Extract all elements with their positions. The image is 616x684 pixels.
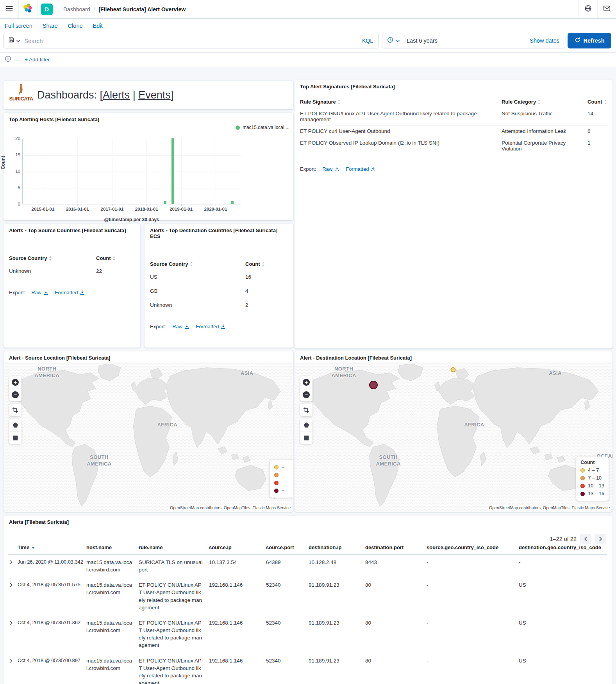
hosts-chart-plot[interactable]: 051015202015-01-012016-01-012017-01-0120… [22,139,241,204]
cell-host-name: mac15.data.va.local.crowbird.com [86,653,139,684]
alerts-dashboard-link[interactable]: Alerts [103,89,130,101]
next-page-button[interactable] [595,534,606,544]
cell-destination-geo: US [519,577,607,615]
export-raw-link[interactable]: Raw [31,290,48,295]
column-header-source-ip[interactable]: source.ip [209,541,266,555]
legend-label: 4 – 7 [588,467,599,473]
sortable-icon [262,262,265,267]
share-link[interactable]: Share [43,23,58,29]
bar-2018-10-04[interactable] [171,138,174,204]
column-header-source-port[interactable]: source.port [266,541,309,555]
cell-time: Jun 26, 2020 @ 11:00:03.342 [18,555,86,577]
column-header-time[interactable]: Time [18,541,86,555]
filter-options-button[interactable] [5,56,11,64]
export-formatted-link[interactable]: Formatted [196,324,226,329]
newsfeed-button[interactable] [597,0,616,18]
column-header-rule-signature[interactable]: Rule Signature [300,96,502,108]
column-header-count[interactable]: Count [587,96,607,108]
cell-source-port: 64389 [266,555,309,577]
dashboard-top-menu: Full screen Share Clone Edit [0,19,616,31]
row-expand-button[interactable] [8,555,18,577]
draw-rectangle-button[interactable] [300,432,312,444]
export-label: Export: [300,166,316,172]
legend-label: – [282,464,284,470]
search-input[interactable]: Search KQL [3,33,379,48]
cell-source-ip: 10.137.3.54 [209,555,266,577]
clone-link[interactable]: Clone [68,23,83,29]
chart-legend[interactable]: mac15.data.va.local.... [236,125,289,130]
time-picker-quick-menu-button[interactable] [382,37,404,45]
events-dashboard-link[interactable]: Events [138,89,171,101]
row-expand-button[interactable] [8,577,18,615]
draw-polygon-button[interactable] [9,419,21,432]
column-header-source-geo[interactable]: source.geo.country_iso_code [427,541,519,555]
plus-icon: + [12,379,19,386]
x-tick-mark [43,204,43,206]
column-header-source-country[interactable]: Source Country [150,258,245,270]
elastic-home-button[interactable] [19,0,37,18]
destination-cluster-dot-high[interactable] [369,381,378,389]
cell-count: 22 [96,264,135,278]
zoom-out-button[interactable]: − [300,389,312,401]
help-button[interactable] [579,0,597,18]
space-switcher-button[interactable]: D [37,0,56,18]
refresh-button[interactable]: Refresh [568,33,611,48]
sortable-icon [537,100,541,104]
sorted-desc-icon [31,546,35,550]
column-header-count[interactable]: Count [96,252,135,264]
column-header-destination-port[interactable]: destination.port [365,541,427,555]
column-header-destination-ip[interactable]: destination.ip [309,541,365,555]
elastic-logo-icon [23,4,33,15]
edit-link[interactable]: Edit [93,23,103,29]
source-map[interactable]: NORTH AMERICA ASIA AFRICA SOUTH AMERICA … [4,362,293,512]
x-gridline [216,139,216,204]
column-header-expander [8,541,18,555]
export-formatted-link[interactable]: Formatted [55,290,85,295]
fit-to-bounds-button[interactable] [300,404,312,416]
full-screen-link[interactable]: Full screen [5,23,32,29]
zoom-in-button[interactable]: + [300,376,312,389]
row-expand-button[interactable] [8,653,18,684]
fit-to-bounds-button[interactable] [9,404,21,416]
row-expand-button[interactable] [8,615,18,653]
y-tick-label: 5 [9,185,20,190]
map-attribution: OpenStreetMap contributors, OpenMapTiles… [487,505,611,510]
cell-destination-port: 80 [365,577,427,615]
previous-page-button[interactable] [580,534,591,544]
menu-toggle-button[interactable] [0,0,19,18]
draw-polygon-button[interactable] [300,419,312,432]
world-map-image [4,362,293,512]
y-tick-label: 10 [9,169,20,174]
time-range-value[interactable]: Last 6 years [407,38,530,44]
destination-map[interactable]: NORTH AMERICA ASIA AFRICA SOUTH AMERICA … [295,362,612,512]
add-filter-button[interactable]: + Add filter [25,57,50,63]
zoom-out-button[interactable]: − [9,389,21,401]
export-raw-link[interactable]: Raw [172,324,189,329]
x-gridline [77,139,78,204]
x-tick-mark [146,204,147,206]
show-dates-button[interactable]: Show dates [530,38,565,44]
draw-rectangle-button[interactable] [9,432,21,444]
time-picker[interactable]: Last 6 years Show dates [382,33,565,48]
zoom-in-button[interactable]: + [9,376,21,389]
column-header-count[interactable]: Count [245,258,288,270]
kql-syntax-button[interactable]: KQL [357,38,379,44]
bar-2018-07-15[interactable] [164,201,166,204]
meerkat-icon [18,83,24,95]
suricata-logo: SURICATA [9,83,33,101]
dashboards-heading: Dashboards: [Alerts | Events] [37,89,173,101]
column-header-source-country[interactable]: Source Country [9,252,96,264]
refresh-icon [575,37,580,44]
top-source-countries-panel: Alerts - Top Source Countries [Filebeat … [3,224,141,348]
column-header-rule-name[interactable]: rule.name [139,541,209,555]
column-header-host-name[interactable]: host.name [86,541,139,555]
breadcrumb-dashboard-link[interactable]: Dashboard [63,6,90,13]
saved-query-menu-button[interactable] [4,37,24,45]
export-raw-link[interactable]: Raw [322,166,339,172]
x-tick-label: 2019-01-01 [166,207,197,211]
column-header-rule-category[interactable]: Rule Category [502,96,587,108]
destination-cluster-dot-low[interactable] [451,367,456,372]
bar-2020-06-26[interactable] [231,201,234,204]
export-formatted-link[interactable]: Formatted [346,166,376,172]
cell-country: US [150,270,245,284]
